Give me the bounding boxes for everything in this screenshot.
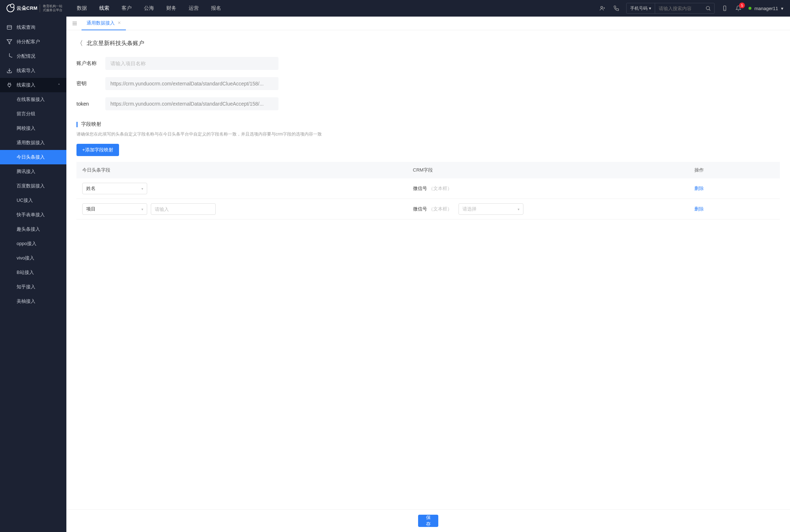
topnav-item[interactable]: 报名 [211, 5, 221, 12]
search-type-select[interactable]: 手机号码 ▾ [627, 3, 655, 13]
phone-icon[interactable] [613, 5, 620, 12]
chevron-up-icon: ˄ [58, 83, 60, 87]
topnav-item[interactable]: 线索 [99, 5, 109, 12]
tab-menu-icon[interactable] [71, 19, 79, 27]
svg-rect-2 [724, 6, 726, 10]
status-dot [749, 7, 751, 10]
topnav-item[interactable]: 公海 [144, 5, 154, 12]
sidebar-item[interactable]: 线索导入 [0, 63, 66, 78]
tab-label: 通用数据接入 [87, 20, 115, 26]
bell-icon[interactable]: 5 [735, 5, 742, 12]
tab-bar: 通用数据接入 ✕ [66, 17, 790, 30]
label-token: token [76, 101, 105, 107]
crm-field-name: 微信号 [413, 185, 427, 192]
main-area: 通用数据接入 ✕ 〈 北京昱新科技头条账户 账户名称 密钥 [66, 17, 790, 532]
pie-icon [6, 53, 12, 59]
sidebar-item[interactable]: 线索查询 [0, 20, 66, 35]
delete-link[interactable]: 删除 [694, 206, 704, 212]
user-add-icon[interactable] [599, 5, 606, 12]
logo-text: 云朵CRM [17, 5, 38, 12]
page-title: 北京昱新科技头条账户 [87, 40, 144, 47]
topnav-item[interactable]: 数据 [77, 5, 87, 12]
sidebar-subitem[interactable]: 今日头条接入 [0, 150, 66, 164]
chevron-down-icon: ▾ [141, 187, 143, 191]
crm-field-type: （文本框） [429, 206, 452, 212]
mobile-icon[interactable] [721, 5, 728, 12]
chevron-down-icon: ▾ [781, 6, 784, 11]
back-button[interactable]: 〈 [76, 39, 83, 48]
sidebar-subitem[interactable]: 美柚接入 [0, 294, 66, 309]
toutiao-extra-input[interactable] [151, 203, 216, 215]
sidebar-subitem[interactable]: 留言分组 [0, 107, 66, 121]
sidebar-item-label: 线索导入 [17, 67, 35, 74]
search-button[interactable] [702, 3, 714, 13]
crm-field-name: 微信号 [413, 206, 427, 212]
sidebar-subitem[interactable]: B站接入 [0, 265, 66, 280]
table-row: 项目 ▾ 微信号 [76, 199, 780, 220]
chevron-down-icon: ▾ [141, 207, 143, 211]
save-button[interactable]: 保存 [418, 515, 438, 527]
logo: 云朵CRM 教育机构一站 式服务云平台 [6, 4, 62, 12]
svg-point-1 [706, 6, 710, 10]
section-title-text: 字段映射 [81, 121, 101, 128]
sidebar-subitem[interactable]: 趣头条接入 [0, 222, 66, 236]
input-token[interactable] [105, 97, 278, 110]
sidebar-subitem[interactable]: 百度数据接入 [0, 179, 66, 193]
app-header: 云朵CRM 教育机构一站 式服务云平台 数据线索客户公海财务运营报名 手机号码 … [0, 0, 790, 17]
top-nav: 数据线索客户公海财务运营报名 [77, 5, 221, 12]
crm-field-type: （文本框） [429, 185, 452, 192]
select-value: 项目 [86, 206, 96, 212]
sidebar-item[interactable]: 待分配客户 [0, 35, 66, 49]
username: manager11 [754, 6, 778, 11]
delete-link[interactable]: 删除 [694, 186, 704, 191]
col-action: 操作 [689, 162, 780, 178]
sidebar-item[interactable]: 分配情况 [0, 49, 66, 63]
col-toutiao-field: 今日头条字段 [76, 162, 407, 178]
sidebar-subitem[interactable]: 腾讯接入 [0, 164, 66, 179]
input-secret[interactable] [105, 77, 278, 90]
section-title: 字段映射 [76, 121, 780, 128]
sidebar-subitem[interactable]: 知乎接入 [0, 280, 66, 294]
sidebar-subitem[interactable]: UC接入 [0, 193, 66, 208]
section-desc: 请确保您在此填写的头条自定义字段名称与在今日头条平台中自定义的字段名称一致，并且… [76, 131, 780, 137]
sidebar-subitem[interactable]: oppo接入 [0, 236, 66, 251]
logo-subtitle: 教育机构一站 式服务云平台 [40, 4, 62, 12]
sidebar: 线索查询待分配客户分配情况线索导入线索接入˄在线客服接入留言分组网校接入通用数据… [0, 17, 66, 532]
import-icon [6, 68, 12, 74]
tab-general-data[interactable]: 通用数据接入 ✕ [82, 17, 126, 30]
label-secret: 密钥 [76, 80, 105, 87]
mapping-table: 今日头条字段 CRM字段 操作 姓名 ▾ [76, 162, 780, 220]
user-menu[interactable]: manager11 ▾ [749, 6, 784, 11]
toutiao-field-select[interactable]: 姓名 ▾ [82, 183, 147, 194]
sidebar-subitem[interactable]: 在线客服接入 [0, 92, 66, 107]
add-field-mapping-button[interactable]: +添加字段映射 [76, 144, 119, 156]
list-icon [6, 25, 12, 30]
select-value: 姓名 [86, 185, 96, 192]
sidebar-subitem[interactable]: vivo接入 [0, 251, 66, 265]
topnav-item[interactable]: 客户 [122, 5, 132, 12]
notif-badge: 5 [739, 3, 745, 8]
logo-icon [6, 4, 14, 12]
toutiao-field-select[interactable]: 项目 ▾ [82, 203, 147, 215]
plug-icon [6, 82, 12, 88]
svg-point-0 [601, 6, 603, 8]
sidebar-item[interactable]: 线索接入˄ [0, 78, 66, 92]
footer: 保存 [66, 509, 790, 532]
svg-rect-3 [7, 26, 12, 30]
select-placeholder: 请选择 [462, 206, 477, 212]
sidebar-subitem[interactable]: 通用数据接入 [0, 136, 66, 150]
topnav-item[interactable]: 运营 [189, 5, 199, 12]
input-account-name[interactable] [105, 57, 278, 70]
col-crm-field: CRM字段 [407, 162, 689, 178]
crm-field-select[interactable]: 请选择 ▾ [458, 203, 523, 215]
topnav-item[interactable]: 财务 [166, 5, 176, 12]
content: 〈 北京昱新科技头条账户 账户名称 密钥 token 字段映 [66, 30, 790, 509]
sidebar-subitem[interactable]: 快手表单接入 [0, 208, 66, 222]
filter-icon [6, 39, 12, 45]
chevron-down-icon: ▾ [518, 207, 519, 211]
sidebar-subitem[interactable]: 网校接入 [0, 121, 66, 136]
chevron-down-icon: ▾ [649, 6, 651, 11]
close-icon[interactable]: ✕ [118, 21, 121, 25]
table-row: 姓名 ▾ 微信号 （文本框） 删 [76, 178, 780, 199]
search-input[interactable] [655, 6, 702, 11]
